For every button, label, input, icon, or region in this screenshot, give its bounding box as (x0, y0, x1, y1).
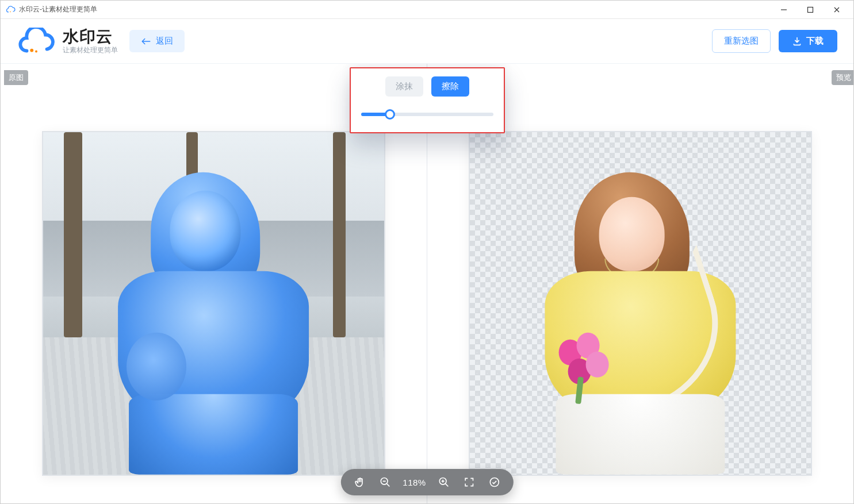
pan-tool-button[interactable] (352, 475, 367, 490)
svg-point-0 (10, 11, 11, 12)
zoom-level: 118% (403, 478, 426, 487)
cloud-logo-icon (17, 28, 57, 55)
zoom-out-icon (379, 476, 390, 488)
original-badge: 原图 (4, 70, 28, 85)
back-button-label: 返回 (156, 36, 173, 47)
titlebar: 水印云-让素材处理更简单 (1, 1, 853, 19)
reselect-button-label: 重新选图 (724, 36, 759, 47)
window-title: 水印云-让素材处理更简单 (19, 5, 97, 14)
zoom-in-icon (438, 476, 450, 488)
brush-mode-tabs: 涂抹 擦除 (361, 76, 493, 97)
tab-paint-label: 涂抹 (396, 81, 413, 91)
hand-icon (354, 476, 365, 488)
view-toolbar: 118% (340, 469, 513, 495)
fit-screen-button[interactable] (462, 475, 477, 490)
workspace: 原图 预览 (1, 64, 853, 503)
download-icon (792, 37, 802, 46)
tab-erase[interactable]: 擦除 (431, 76, 469, 97)
svg-point-3 (35, 50, 37, 52)
svg-rect-1 (808, 7, 813, 12)
check-circle-icon (489, 476, 500, 488)
tab-erase-label: 擦除 (442, 81, 459, 91)
app-logo-icon (6, 5, 16, 14)
back-button[interactable]: 返回 (129, 30, 185, 52)
zoom-out-button[interactable] (377, 475, 392, 490)
brush-size-slider[interactable] (361, 109, 493, 120)
slider-track (361, 113, 493, 116)
reselect-button[interactable]: 重新选图 (712, 29, 771, 53)
zoom-in-button[interactable] (436, 475, 451, 490)
maximize-button[interactable] (797, 1, 824, 19)
fullscreen-icon (464, 476, 475, 488)
download-button[interactable]: 下载 (779, 30, 837, 52)
svg-point-2 (30, 48, 33, 52)
slider-thumb[interactable] (385, 109, 395, 120)
close-button[interactable] (824, 1, 850, 19)
preview-badge: 预览 (832, 70, 853, 85)
logo: 水印云 让素材处理更简单 (17, 28, 118, 55)
selection-mask-overlay (77, 166, 350, 474)
original-canvas[interactable] (42, 131, 385, 476)
cutout-subject (504, 166, 777, 474)
app-header: 水印云 让素材处理更简单 返回 重新选图 下载 (1, 19, 853, 64)
confirm-button[interactable] (487, 475, 502, 490)
brush-tool-panel: 涂抹 擦除 (350, 67, 505, 133)
result-canvas[interactable] (469, 131, 813, 476)
brand-tagline: 让素材处理更简单 (63, 47, 118, 54)
svg-point-6 (490, 478, 499, 487)
brand-name: 水印云 (63, 28, 118, 46)
minimize-button[interactable] (771, 1, 797, 19)
download-button-label: 下载 (806, 36, 824, 47)
app-window: 水印云-让素材处理更简单 水印云 让素材处理更简单 返回 (0, 0, 854, 504)
tab-paint[interactable]: 涂抹 (385, 76, 423, 97)
arrow-left-icon (141, 37, 151, 45)
